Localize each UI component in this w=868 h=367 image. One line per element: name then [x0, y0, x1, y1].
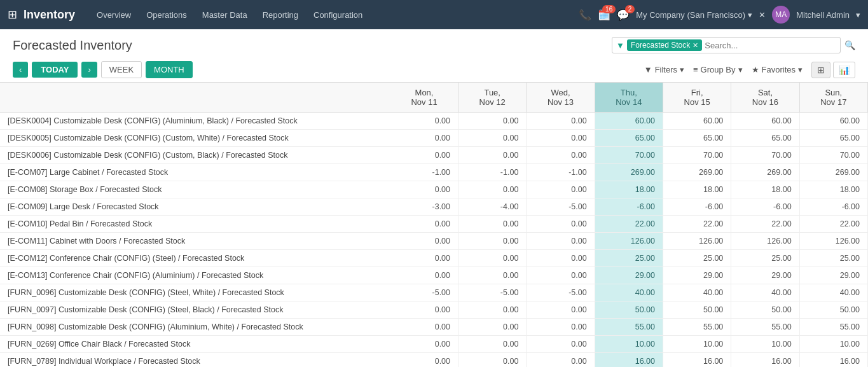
- cell-sat: 50.00: [731, 301, 799, 319]
- cell-sat: 126.00: [731, 233, 799, 250]
- cell-mon: 0.00: [390, 250, 458, 267]
- search-submit-icon[interactable]: 🔍: [844, 40, 855, 50]
- calendar-icon[interactable]: 🗓️16: [598, 9, 610, 21]
- groupby-button[interactable]: ≡ Group By ▾: [693, 65, 743, 74]
- col-sun: Sun,Nov 17: [799, 83, 867, 113]
- cell-name: [DESK0006] Customizable Desk (CONFIG) (C…: [0, 147, 390, 164]
- cell-name: [E-COM07] Large Cabinet / Forecasted Sto…: [0, 164, 390, 181]
- favorites-button[interactable]: ★ Favorites ▾: [752, 65, 803, 74]
- cell-wed: -5.00: [527, 284, 595, 301]
- cell-name: [FURN_0269] Office Chair Black / Forecas…: [0, 336, 390, 353]
- cell-sun: 65.00: [799, 130, 867, 147]
- topnav: ⊞ Inventory Overview Operations Master D…: [0, 0, 868, 29]
- cell-tue: 0.00: [458, 216, 527, 233]
- cell-sat: 70.00: [731, 147, 799, 164]
- cell-wed: 0.00: [527, 130, 595, 147]
- table-row[interactable]: [FURN_0789] Individual Workplace / Forec…: [0, 353, 868, 368]
- cell-sun: 16.00: [799, 353, 867, 368]
- table-row[interactable]: [E-COM12] Conference Chair (CONFIG) (Ste…: [0, 250, 868, 267]
- cell-mon: 0.00: [390, 181, 458, 198]
- menu-master-data[interactable]: Master Data: [196, 8, 254, 22]
- cell-fri: -6.00: [663, 198, 731, 216]
- cell-mon: 0.00: [390, 267, 458, 284]
- table-scroll[interactable]: Mon,Nov 11 Tue,Nov 12 Wed,Nov 13 Thu,Nov…: [0, 83, 868, 367]
- menu-reporting[interactable]: Reporting: [256, 8, 305, 22]
- cell-sun: 40.00: [799, 284, 867, 301]
- table-row[interactable]: [FURN_0096] Customizable Desk (CONFIG) (…: [0, 284, 868, 301]
- cell-sun: 55.00: [799, 319, 867, 336]
- grid-view-button[interactable]: ⊞: [811, 62, 830, 78]
- cell-wed: -5.00: [527, 198, 595, 216]
- filters-button[interactable]: ▼ Filters ▾: [644, 65, 684, 74]
- user-dropdown-icon[interactable]: ▾: [856, 10, 860, 20]
- cell-tue: 0.00: [458, 301, 527, 319]
- menu-operations[interactable]: Operations: [140, 8, 193, 22]
- cell-sat: 10.00: [731, 336, 799, 353]
- cell-mon: 0.00: [390, 216, 458, 233]
- cell-wed: 0.00: [527, 301, 595, 319]
- cell-fri: 16.00: [663, 353, 731, 368]
- next-button[interactable]: ›: [81, 62, 97, 78]
- menu-configuration[interactable]: Configuration: [307, 8, 369, 22]
- cell-thu: 10.00: [595, 336, 663, 353]
- cell-name: [E-COM11] Cabinet with Doors / Forecaste…: [0, 233, 390, 250]
- cell-sun: 269.00: [799, 164, 867, 181]
- cell-name: [DESK0004] Customizable Desk (CONFIG) (A…: [0, 113, 390, 130]
- table-row[interactable]: [E-COM10] Pedal Bin / Forecasted Stock0.…: [0, 216, 868, 233]
- groupby-icon: ≡: [693, 65, 698, 74]
- cell-tue: 0.00: [458, 130, 527, 147]
- phone-icon[interactable]: 📞: [579, 9, 591, 21]
- menu-overview[interactable]: Overview: [90, 8, 137, 22]
- cell-mon: 0.00: [390, 233, 458, 250]
- cell-fri: 22.00: [663, 216, 731, 233]
- chart-view-button[interactable]: 📊: [833, 62, 855, 78]
- cell-fri: 70.00: [663, 147, 731, 164]
- table-row[interactable]: [E-COM08] Storage Box / Forecasted Stock…: [0, 181, 868, 198]
- cell-name: [FURN_0096] Customizable Desk (CONFIG) (…: [0, 284, 390, 301]
- cell-name: [FURN_0098] Customizable Desk (CONFIG) (…: [0, 319, 390, 336]
- company-selector[interactable]: My Company (San Francisco) ▾: [636, 10, 752, 20]
- search-input[interactable]: [705, 41, 836, 50]
- table-row[interactable]: [E-COM07] Large Cabinet / Forecasted Sto…: [0, 164, 868, 181]
- week-button[interactable]: WEEK: [101, 61, 142, 78]
- cell-name: [E-COM09] Large Desk / Forecasted Stock: [0, 198, 390, 216]
- main-menu: Overview Operations Master Data Reportin…: [90, 8, 579, 22]
- prev-button[interactable]: ‹: [13, 62, 28, 78]
- user-name[interactable]: Mitchell Admin: [796, 10, 850, 20]
- cell-name: [E-COM10] Pedal Bin / Forecasted Stock: [0, 216, 390, 233]
- cell-sun: 50.00: [799, 301, 867, 319]
- table-row[interactable]: [DESK0004] Customizable Desk (CONFIG) (A…: [0, 113, 868, 130]
- cell-wed: 0.00: [527, 353, 595, 368]
- chat-icon[interactable]: 💬2: [617, 9, 630, 21]
- today-button[interactable]: TODAY: [32, 62, 78, 78]
- table-row[interactable]: [DESK0006] Customizable Desk (CONFIG) (C…: [0, 147, 868, 164]
- table-row[interactable]: [E-COM11] Cabinet with Doors / Forecaste…: [0, 233, 868, 250]
- cell-thu: 25.00: [595, 250, 663, 267]
- cell-tue: 0.00: [458, 147, 527, 164]
- table-row[interactable]: [FURN_0098] Customizable Desk (CONFIG) (…: [0, 319, 868, 336]
- avatar[interactable]: MA: [772, 6, 790, 24]
- search-tag-remove[interactable]: ✕: [692, 41, 698, 50]
- cell-name: [E-COM13] Conference Chair (CONFIG) (Alu…: [0, 267, 390, 284]
- cell-thu: 29.00: [595, 267, 663, 284]
- col-fri: Fri,Nov 15: [663, 83, 731, 113]
- cell-mon: -3.00: [390, 198, 458, 216]
- table-row[interactable]: [E-COM09] Large Desk / Forecasted Stock-…: [0, 198, 868, 216]
- cell-fri: 25.00: [663, 250, 731, 267]
- table-row[interactable]: [FURN_0097] Customizable Desk (CONFIG) (…: [0, 301, 868, 319]
- close-icon[interactable]: ✕: [759, 10, 766, 20]
- forecast-table: Mon,Nov 11 Tue,Nov 12 Wed,Nov 13 Thu,Nov…: [0, 83, 868, 367]
- table-row[interactable]: [FURN_0269] Office Chair Black / Forecas…: [0, 336, 868, 353]
- cell-tue: 0.00: [458, 233, 527, 250]
- month-button[interactable]: MONTH: [146, 61, 193, 78]
- table-row[interactable]: [DESK0005] Customizable Desk (CONFIG) (C…: [0, 130, 868, 147]
- page-content: Forecasted Inventory ▼ Forecasted Stock …: [0, 29, 868, 367]
- col-name: [0, 83, 390, 113]
- cell-wed: 0.00: [527, 216, 595, 233]
- grid-icon[interactable]: ⊞: [8, 8, 17, 22]
- col-tue: Tue,Nov 12: [458, 83, 527, 113]
- topnav-right: 📞 🗓️16 💬2 My Company (San Francisco) ▾ ✕…: [579, 6, 860, 24]
- table-row[interactable]: [E-COM13] Conference Chair (CONFIG) (Alu…: [0, 267, 868, 284]
- cell-thu: 50.00: [595, 301, 663, 319]
- cell-wed: 0.00: [527, 319, 595, 336]
